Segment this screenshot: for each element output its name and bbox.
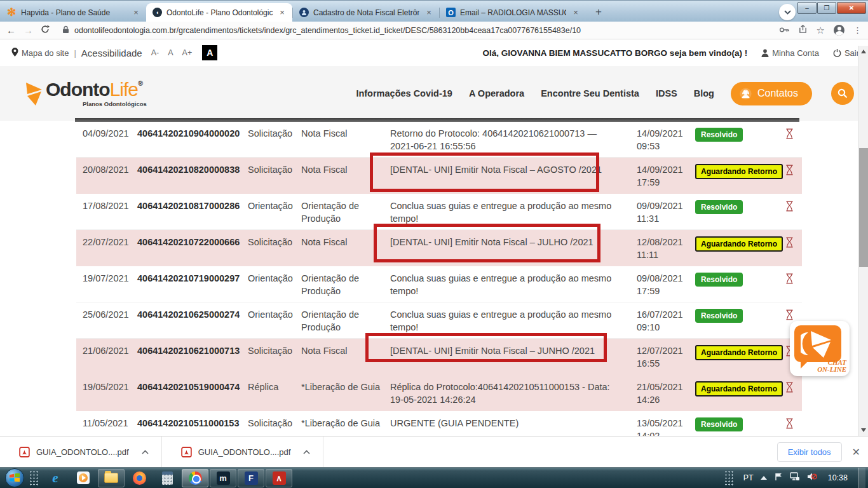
tab-close-icon[interactable]: × xyxy=(131,8,141,17)
search-button[interactable] xyxy=(831,82,854,105)
tab-odontolife[interactable]: ◖ OdontoLife - Plano Odontológico × xyxy=(146,3,292,22)
taskbar-mediaplayer-button[interactable] xyxy=(70,469,97,487)
page-scrollbar[interactable] xyxy=(858,46,868,436)
sitemap-link[interactable]: Mapa do site xyxy=(22,48,69,58)
my-account-link[interactable]: Minha Conta xyxy=(761,48,819,58)
download-bar: GUIA_ODONTOLO....pdf GUIA_ODONTOLO....pd… xyxy=(0,436,868,467)
reload-icon[interactable] xyxy=(41,25,50,36)
table-row[interactable]: 19/07/2021 40641420210719000297 Orientaç… xyxy=(76,266,802,302)
taskbar-calculator-button[interactable] xyxy=(154,469,180,487)
taskbar-app-f-button[interactable]: F xyxy=(238,469,264,487)
history-hourglass-icon[interactable] xyxy=(785,236,802,252)
history-hourglass-icon[interactable] xyxy=(785,273,802,288)
scroll-down-icon[interactable] xyxy=(861,428,866,432)
profile-avatar[interactable] xyxy=(834,25,844,36)
back-icon[interactable]: ← xyxy=(6,25,16,36)
table-row[interactable]: 11/05/2021 40641420210511000153 Solicita… xyxy=(76,411,802,436)
volume-muted-icon[interactable] xyxy=(807,472,817,484)
table-row[interactable]: 04/09/2021 40641420210904000020 Solicita… xyxy=(76,121,802,158)
window-minimize-button[interactable]: – xyxy=(797,2,817,14)
ticket-category: *Liberação de Guia xyxy=(301,417,390,430)
tab-close-icon[interactable]: × xyxy=(277,8,287,17)
nav-operadora[interactable]: A Operadora xyxy=(469,88,524,98)
history-hourglass-icon[interactable] xyxy=(785,381,802,396)
tab-close-icon[interactable]: × xyxy=(571,8,581,17)
taskbar-firefox-button[interactable] xyxy=(126,469,153,487)
font-larger-button[interactable]: A+ xyxy=(182,48,193,57)
share-icon[interactable] xyxy=(798,25,808,36)
chat-online-widget[interactable]: CHAT ON-LINE xyxy=(790,321,850,376)
logout-link[interactable]: Sair xyxy=(833,48,859,58)
bookmark-star-icon[interactable]: ☆ xyxy=(817,25,825,36)
ticket-protocol: 40641420210817000286 xyxy=(137,200,248,213)
nav-covid[interactable]: Informações Covid-19 xyxy=(356,88,452,98)
scroll-up-icon[interactable] xyxy=(861,50,866,53)
history-hourglass-icon[interactable] xyxy=(785,417,802,433)
ticket-updated: 21/05/202114:26 xyxy=(637,381,695,406)
show-all-downloads-button[interactable]: Exibir todos xyxy=(777,442,842,462)
window-close-button[interactable]: ✕ xyxy=(837,2,866,14)
tab-title: Cadastro de Nota Fiscal Eletrônic xyxy=(313,8,419,17)
history-hourglass-icon[interactable] xyxy=(785,128,802,143)
action-center-flag-icon[interactable] xyxy=(774,472,783,484)
tab-search-chevron-icon[interactable] xyxy=(779,4,796,20)
forward-icon[interactable]: → xyxy=(24,25,33,36)
address-bar[interactable]: odontolifeodontologia.com.br/grcatendime… xyxy=(57,25,771,36)
tab-nota-fiscal[interactable]: Cadastro de Nota Fiscal Eletrônic × xyxy=(293,3,439,22)
download-item[interactable]: GUIA_ODONTOLO....pdf xyxy=(19,447,149,458)
language-indicator[interactable]: PT xyxy=(743,473,754,482)
chat-online-label: CHAT ON-LINE xyxy=(817,359,846,374)
ticket-description: Conclua suas guias e entregue a produção… xyxy=(390,273,637,297)
taskbar-ie-button[interactable]: e xyxy=(42,469,69,487)
url-text: odontolifeodontologia.com.br/grcatendime… xyxy=(74,26,581,35)
nav-idss[interactable]: IDSS xyxy=(656,88,677,98)
font-smaller-button[interactable]: A- xyxy=(151,48,159,57)
taskbar-acrobat-button[interactable]: ∧ xyxy=(266,469,292,487)
ticket-protocol: 40641420210820000838 xyxy=(137,164,248,177)
table-row[interactable]: 22/07/2021 40641420210722000666 Solicita… xyxy=(76,230,802,266)
taskbar-explorer-button[interactable] xyxy=(98,469,125,487)
contacts-button[interactable]: Contatos xyxy=(731,82,812,105)
taskbar-app-m-button[interactable]: m xyxy=(210,469,236,487)
scrollbar-thumb[interactable] xyxy=(859,148,868,267)
odontolife-logo[interactable]: OdontoLife® Planos Odontológicos xyxy=(18,80,147,107)
tab-email[interactable]: O Email – RADIOLOGIA MASSUCAT × xyxy=(440,3,586,22)
high-contrast-button[interactable]: A xyxy=(202,45,217,60)
table-row[interactable]: 25/06/2021 40641420210625000274 Orientaç… xyxy=(76,302,802,339)
taskbar-chrome-button[interactable] xyxy=(182,469,208,487)
power-icon xyxy=(833,49,841,57)
tickets-table: 04/09/2021 40641420210904000020 Solicita… xyxy=(76,121,802,436)
table-row[interactable]: 21/06/2021 40641420210621000713 Solicita… xyxy=(76,339,802,375)
ticket-category: Nota Fiscal xyxy=(301,345,390,358)
start-button[interactable] xyxy=(5,468,24,487)
new-tab-button[interactable]: + xyxy=(590,3,607,21)
history-hourglass-icon[interactable] xyxy=(785,200,802,215)
show-desktop-button[interactable] xyxy=(858,468,865,488)
download-bar-close-icon[interactable]: ✕ xyxy=(852,446,860,458)
browser-menu-icon[interactable]: ⋮ xyxy=(853,25,862,35)
ticket-description: [DENTAL- UNI] Emitir Nota Fiscal – JUNHO… xyxy=(390,345,637,358)
person-icon xyxy=(761,49,769,57)
network-icon[interactable] xyxy=(790,472,800,484)
download-separator xyxy=(161,437,162,467)
ticket-updated: 13/05/202114:02 xyxy=(637,417,695,436)
table-row[interactable]: 17/08/2021 40641420210817000286 Orientaç… xyxy=(76,194,802,230)
download-menu-chevron-icon[interactable] xyxy=(142,448,149,456)
download-menu-chevron-icon[interactable] xyxy=(303,448,310,456)
table-row[interactable]: 20/08/2021 40641420210820000838 Solicita… xyxy=(76,158,802,194)
window-maximize-button[interactable]: ❐ xyxy=(817,2,836,14)
history-hourglass-icon[interactable] xyxy=(785,164,802,179)
download-item[interactable]: GUIA_ODONTOLO....pdf xyxy=(181,447,311,458)
clock[interactable]: 10:38 xyxy=(828,473,848,482)
key-icon[interactable] xyxy=(779,25,789,36)
window-controls: – ❐ ✕ xyxy=(797,2,866,14)
ticket-type: Solicitação xyxy=(248,345,301,358)
tab-hapvida[interactable]: ✻ Hapvida - Plano de Saúde × xyxy=(0,3,146,22)
tab-close-icon[interactable]: × xyxy=(424,8,434,17)
ticket-description: Conclua suas guias e entregue a produção… xyxy=(390,309,637,334)
nav-dentista[interactable]: Encontre Seu Dentista xyxy=(541,88,639,98)
tray-expand-icon[interactable] xyxy=(761,476,767,480)
font-normal-button[interactable]: A xyxy=(168,48,173,57)
table-row[interactable]: 19/05/2021 40641420210519000474 Réplica … xyxy=(76,375,802,411)
nav-blog[interactable]: Blog xyxy=(694,88,714,98)
